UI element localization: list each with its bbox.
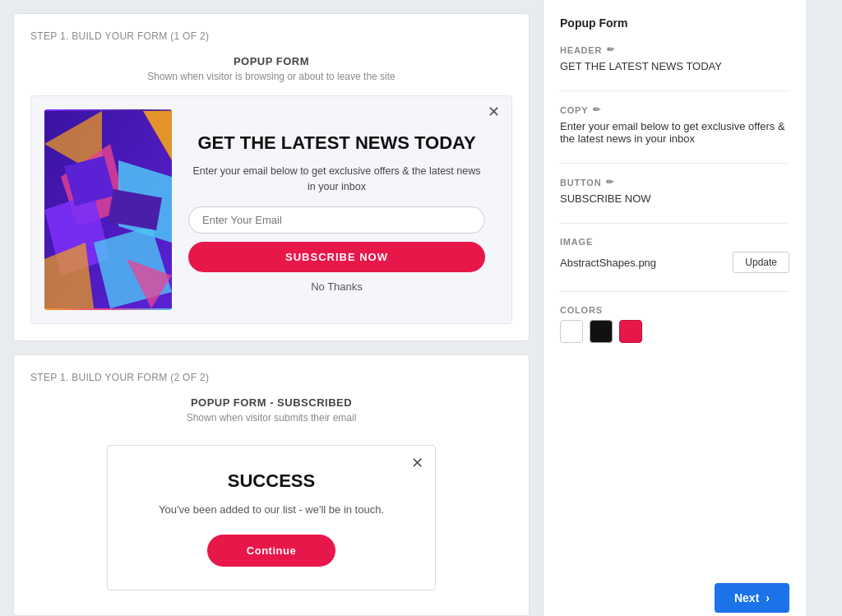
- sidebar-colors-label: COLORS: [560, 305, 789, 315]
- sidebar-header-value: GET THE LATEST NEWS TODAY: [560, 60, 789, 72]
- step1-card: STEP 1. Build Your Form (1 of 2) POPUP F…: [13, 13, 530, 341]
- image-filename: AbstractShapes.png: [560, 257, 724, 269]
- popup-email-input[interactable]: [188, 206, 485, 234]
- header-edit-icon[interactable]: ✏: [607, 44, 615, 55]
- popup-preview-2-wrapper: ✕ SUCCESS You've been added to our list …: [30, 437, 512, 599]
- sidebar-copy-label: COPY ✏: [560, 104, 789, 115]
- popup-heading-1: GET THE LATEST NEWS TODAY: [197, 132, 475, 154]
- form-label-1: POPUP FORM: [30, 55, 512, 67]
- next-button[interactable]: Next ›: [715, 583, 789, 613]
- next-label: Next: [734, 591, 759, 604]
- step2-indicator: (2 of 2): [170, 372, 209, 383]
- form-sublabel-1: Shown when visitor is browsing or about …: [30, 71, 512, 82]
- step2-title-text: STEP 1. Build Your Form: [30, 372, 168, 383]
- update-image-button[interactable]: Update: [733, 252, 789, 273]
- sidebar-header-label: HEADER ✏: [560, 44, 789, 55]
- button-edit-icon[interactable]: ✏: [606, 177, 614, 188]
- step1-indicator: (1 of 2): [170, 30, 209, 42]
- continue-button[interactable]: Continue: [207, 535, 335, 567]
- success-copy: You've been added to our list - we'll be…: [131, 502, 412, 518]
- close-icon-2[interactable]: ✕: [411, 454, 423, 472]
- color-swatch-black[interactable]: [590, 320, 613, 343]
- sidebar-button-label: BUTTON ✏: [560, 177, 789, 188]
- divider-3: [560, 223, 789, 224]
- sidebar-button-value: SUBSCRIBE NOW: [560, 192, 789, 205]
- sidebar-footer: Next ›: [560, 567, 789, 613]
- sidebar-image-label: IMAGE: [560, 237, 789, 247]
- popup-content-1: GET THE LATEST NEWS TODAY Enter your ema…: [172, 109, 498, 310]
- form-label-2: POPUP FORM - SUBSCRIBED: [30, 396, 512, 409]
- step2-title: STEP 1. Build Your Form (2 of 2): [30, 372, 512, 383]
- sidebar: Popup Form HEADER ✏ GET THE LATEST NEWS …: [543, 0, 806, 616]
- colors-row: [560, 320, 789, 343]
- image-row: AbstractShapes.png Update: [560, 252, 789, 273]
- popup-image: [44, 109, 172, 310]
- popup-preview-2: ✕ SUCCESS You've been added to our list …: [107, 445, 436, 591]
- sidebar-image-field: IMAGE AbstractShapes.png Update: [560, 237, 789, 273]
- copy-edit-icon[interactable]: ✏: [593, 104, 601, 115]
- success-heading: SUCCESS: [131, 470, 412, 492]
- popup-copy-1: Enter your email below to get exclusive …: [188, 164, 485, 195]
- step1-title: STEP 1. Build Your Form (1 of 2): [30, 30, 512, 42]
- form-sublabel-2: Shown when visitor submits their email: [30, 412, 512, 424]
- no-thanks-link[interactable]: No Thanks: [311, 280, 363, 293]
- step2-card: STEP 1. Build Your Form (2 of 2) POPUP F…: [13, 354, 530, 616]
- step1-title-text: STEP 1. Build Your Form: [30, 30, 168, 42]
- next-arrow-icon: ›: [766, 591, 770, 604]
- sidebar-copy-value: Enter your email below to get exclusive …: [560, 120, 789, 145]
- divider-2: [560, 163, 789, 164]
- subscribe-button[interactable]: SUBSCRIBE NOW: [188, 242, 485, 272]
- sidebar-copy-field: COPY ✏ Enter your email below to get exc…: [560, 104, 789, 145]
- color-swatch-white[interactable]: [560, 320, 583, 343]
- sidebar-header-field: HEADER ✏ GET THE LATEST NEWS TODAY: [560, 44, 789, 72]
- divider-1: [560, 90, 789, 91]
- color-swatch-red[interactable]: [619, 320, 642, 343]
- sidebar-button-field: BUTTON ✏ SUBSCRIBE NOW: [560, 177, 789, 205]
- sidebar-title: Popup Form: [560, 16, 789, 30]
- sidebar-colors-field: COLORS: [560, 305, 789, 343]
- divider-4: [560, 291, 789, 292]
- popup-preview-1: ✕: [30, 95, 512, 324]
- close-icon-1[interactable]: ✕: [488, 104, 500, 119]
